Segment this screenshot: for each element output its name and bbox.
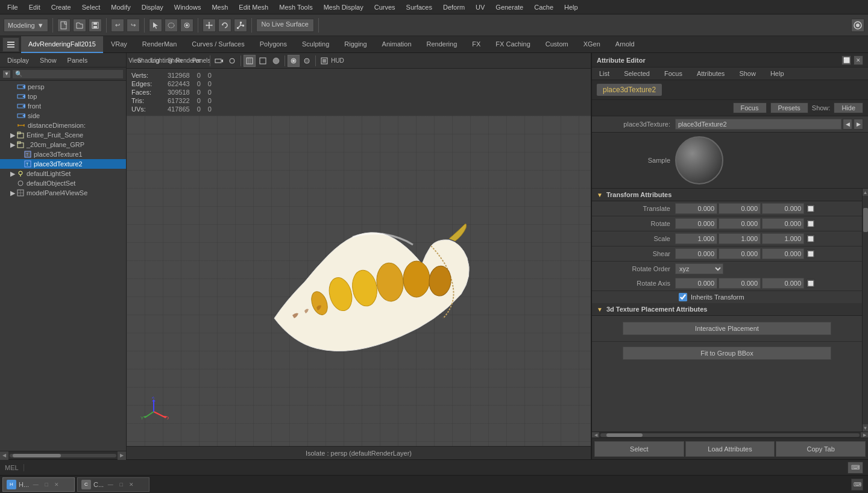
vscroll-thumb[interactable] [863,208,868,232]
vscroll-up-btn[interactable]: ▲ [863,189,868,196]
vscroll-track[interactable] [863,196,868,424]
attr-editor-hscrollbar[interactable]: ◀ ▶ [592,432,868,438]
vp-xray-btn[interactable] [301,55,313,67]
menu-windows[interactable]: Windows [169,2,206,12]
menu-uv[interactable]: UV [471,2,489,12]
tab-custom[interactable]: Custom [538,36,576,53]
menu-mesh-tools[interactable]: Mesh Tools [274,2,317,12]
rotate-z-input[interactable] [762,218,804,229]
menu-modify[interactable]: Modify [106,2,135,12]
vp-resolution-btn[interactable] [318,55,330,67]
tree-item-top[interactable]: top [0,92,126,101]
rotate-tool-btn[interactable] [218,19,231,32]
tab-bar-menu-btn[interactable] [2,37,19,52]
shear-y-input[interactable] [719,248,761,259]
taskbar-close-0[interactable]: ✕ [53,481,60,488]
rotate-axis-y-input[interactable] [719,278,761,289]
focus-btn[interactable]: Focus [733,102,767,113]
left-panel-scrollbar[interactable]: ◀ ▶ [0,451,126,459]
tab-adv-rendering[interactable]: AdvRenderingFall2015 [21,36,103,53]
menu-create[interactable]: Create [46,2,76,12]
taskbar-close-1[interactable]: ✕ [128,481,135,488]
attr-place3dtexture-nav-prev[interactable]: ◀ [843,119,852,130]
attr-tab-attributes[interactable]: Attributes [690,68,732,80]
menu-edit-mesh[interactable]: Edit Mesh [234,2,273,12]
load-attributes-btn[interactable]: Load Attributes [685,441,775,457]
menu-select[interactable]: Select [77,2,105,12]
tab-polygons[interactable]: Polygons [253,36,294,53]
mel-input[interactable] [29,464,845,471]
hide-btn[interactable]: Hide [834,102,863,113]
live-surface-btn[interactable]: No Live Surface [256,19,314,32]
tab-animation[interactable]: Animation [375,36,419,53]
menu-help[interactable]: Help [559,2,583,12]
vp-isolate-btn[interactable] [288,55,300,67]
undo-btn[interactable]: ↩ [111,19,124,32]
scene-filter-btn[interactable]: ▼ [2,70,11,78]
tab-arnold[interactable]: Arnold [608,36,642,53]
translate-y-input[interactable] [719,203,761,214]
save-scene-btn[interactable] [89,19,102,32]
hscroll-left-btn[interactable]: ◀ [592,432,599,438]
tree-item-20cm-plane-grp[interactable]: ▶ _20cm_plane_GRP [0,140,126,149]
tree-item-side[interactable]: side [0,111,126,121]
tab-fx-caching[interactable]: FX Caching [488,36,537,53]
shear-z-input[interactable] [762,248,804,259]
translate-lock-btn[interactable]: ⬜ [807,204,815,213]
inherits-transform-checkbox[interactable] [679,293,687,301]
menu-surfaces[interactable]: Surfaces [401,2,437,12]
translate-x-input[interactable] [675,203,717,214]
attr-tab-help[interactable]: Help [763,68,791,80]
scale-tool-btn[interactable] [234,19,247,32]
taskbar-item-0[interactable]: H H... — □ ✕ [2,477,75,492]
left-scroll-left-btn[interactable]: ◀ [0,451,8,460]
left-scroll-track[interactable] [10,454,116,457]
new-scene-btn[interactable] [57,19,71,32]
rotate-axis-lock-btn[interactable]: ⬜ [807,279,815,287]
scale-x-input[interactable] [675,233,717,244]
mel-history-btn[interactable]: ⌨ [848,462,863,474]
attr-place3dtexture-nav-next[interactable]: ▶ [854,119,863,130]
taskbar-restore-1[interactable]: □ [117,480,125,489]
rotate-axis-x-input[interactable] [675,278,717,289]
attr-editor-close-btn[interactable]: ✕ [854,55,863,65]
vp-wireframe-btn[interactable] [257,55,269,67]
left-scroll-right-btn[interactable]: ▶ [118,451,126,460]
panel-tab-panels[interactable]: Panels [63,55,93,65]
tab-vray[interactable]: VRay [104,36,134,53]
rotate-lock-btn[interactable]: ⬜ [807,219,815,228]
rotate-axis-z-input[interactable] [762,278,804,289]
shear-x-input[interactable] [675,248,717,259]
rotate-y-input[interactable] [719,218,761,229]
menu-cache[interactable]: Cache [529,2,558,12]
interactive-placement-btn[interactable]: Interactive Placement [623,322,831,335]
copy-tab-btn[interactable]: Copy Tab [776,441,866,457]
placement-section-header[interactable]: ▼ 3d Texture Placement Attributes [592,303,862,316]
vscroll-down-btn[interactable]: ▼ [863,424,868,432]
panel-tab-show[interactable]: Show [35,55,61,65]
tab-rendering[interactable]: Rendering [420,36,465,53]
menu-curves[interactable]: Curves [370,2,400,12]
tray-btn-1[interactable]: ⌨ [851,479,863,491]
attr-editor-vscrollbar[interactable]: ▲ ▼ [862,189,868,432]
move-tool-btn[interactable] [203,19,216,32]
tree-item-place3dtexture1[interactable]: T place3dTexture1 [0,149,126,159]
menu-display[interactable]: Display [137,2,168,12]
redo-btn[interactable]: ↪ [127,19,140,32]
taskbar-restore-0[interactable]: □ [42,480,51,489]
fit-to-group-bbox-btn[interactable]: Fit to Group BBox [623,347,831,360]
tree-item-persp[interactable]: persp [0,82,126,92]
tree-item-entire-fruit-scene[interactable]: ▶ Entire_Fruit_Scene [0,130,126,140]
rotate-order-select[interactable]: xyz yzx zxy xzy yxz zyx [675,263,723,274]
vp-display-btn[interactable] [226,55,238,67]
left-scroll-thumb[interactable] [13,454,61,457]
attr-tab-focus[interactable]: Focus [657,68,690,80]
vp-hud-btn[interactable]: HUD [332,55,344,67]
attr-tab-list[interactable]: List [592,68,617,80]
translate-z-input[interactable] [762,203,804,214]
attr-tab-show[interactable]: Show [732,68,763,80]
tab-renderman[interactable]: RenderMan [135,36,184,53]
attr-editor-float-btn[interactable]: ⬜ [841,55,851,65]
menu-edit[interactable]: Edit [24,2,45,12]
transform-section-header[interactable]: ▼ Transform Attributes [592,189,862,201]
